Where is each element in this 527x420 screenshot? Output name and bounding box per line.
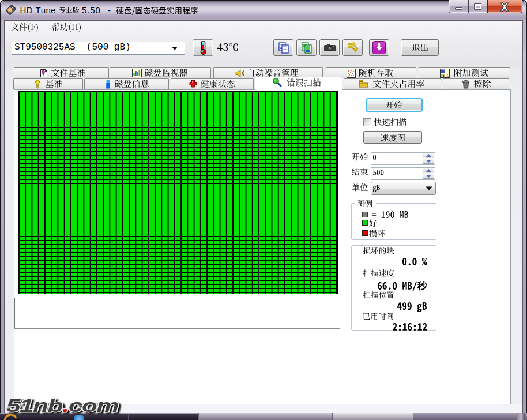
svg-text:51nb.com: 51nb.com (6, 396, 119, 415)
